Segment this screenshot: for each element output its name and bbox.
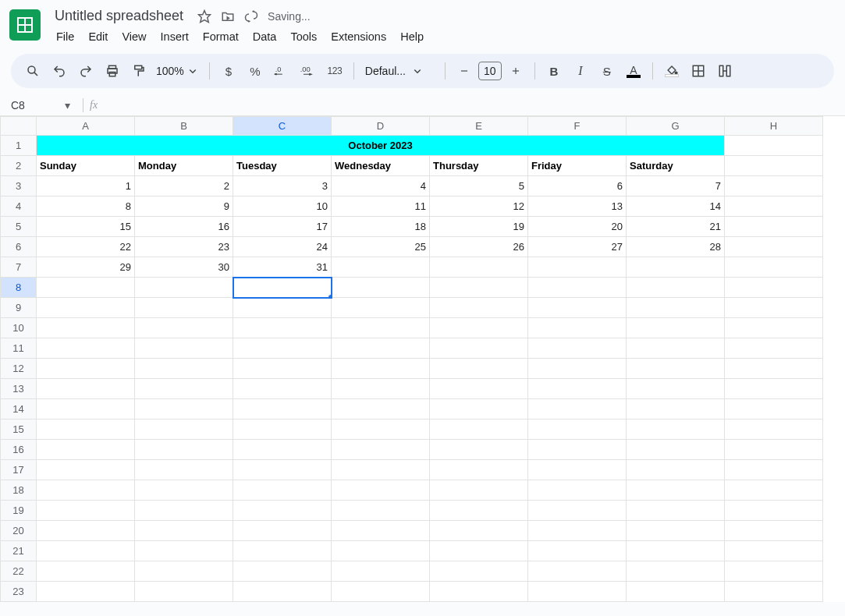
column-header-A[interactable]: A [37,117,135,136]
cell-C2[interactable]: Tuesday [233,156,332,176]
move-icon[interactable] [221,9,235,23]
cell-B16[interactable] [135,440,233,460]
row-header-19[interactable]: 19 [1,501,37,521]
menu-format[interactable]: Format [197,27,245,46]
cell-G10[interactable] [627,318,725,338]
cell-H17[interactable] [725,460,823,480]
cell-C4[interactable]: 10 [233,196,332,217]
cell-C13[interactable] [233,379,332,399]
column-header-C[interactable]: C [233,117,332,136]
cell-B2[interactable]: Monday [135,156,233,176]
cell-B11[interactable] [135,338,233,359]
cell-C18[interactable] [233,480,332,501]
cell-D3[interactable]: 4 [332,176,430,196]
cell-E5[interactable]: 19 [430,217,528,237]
cell-F7[interactable] [528,257,627,278]
cell-C15[interactable] [233,420,332,440]
cell-G18[interactable] [627,480,725,501]
column-header-B[interactable]: B [135,117,233,136]
cell-E3[interactable]: 5 [430,176,528,196]
cell-F12[interactable] [528,359,627,379]
cell-F22[interactable] [528,561,627,582]
cell-B13[interactable] [135,379,233,399]
row-header-8[interactable]: 8 [1,278,37,298]
undo-icon[interactable] [47,58,72,83]
cell-B19[interactable] [135,501,233,521]
cell-A15[interactable] [37,420,135,440]
cell-E8[interactable] [430,278,528,298]
cell-D18[interactable] [332,480,430,501]
doc-title[interactable]: Untitled spreadsheet [50,6,188,26]
font-size-input[interactable]: 10 [478,62,502,80]
cell-H21[interactable] [725,541,823,561]
merge-cells-button[interactable] [712,58,737,83]
cell-H5[interactable] [725,217,823,237]
cell-E11[interactable] [430,338,528,359]
cell-H13[interactable] [725,379,823,399]
row-header-12[interactable]: 12 [1,359,37,379]
cell-B10[interactable] [135,318,233,338]
row-header-5[interactable]: 5 [1,217,37,237]
cell-H19[interactable] [725,501,823,521]
cell-D14[interactable] [332,399,430,420]
cell-A6[interactable]: 22 [37,237,135,257]
cell-H14[interactable] [725,399,823,420]
cell-E14[interactable] [430,399,528,420]
cell-A7[interactable]: 29 [37,257,135,278]
cell-G12[interactable] [627,359,725,379]
cell-G19[interactable] [627,501,725,521]
cell-C23[interactable] [233,582,332,602]
cell-A17[interactable] [37,460,135,480]
cell-E22[interactable] [430,561,528,582]
cell-D17[interactable] [332,460,430,480]
cell-C3[interactable]: 3 [233,176,332,196]
cell-H12[interactable] [725,359,823,379]
cell-C19[interactable] [233,501,332,521]
cell-D5[interactable]: 18 [332,217,430,237]
redo-icon[interactable] [73,58,98,83]
increase-font-size-button[interactable] [503,58,528,83]
cell-A18[interactable] [37,480,135,501]
column-header-H[interactable]: H [725,117,823,136]
cell-B17[interactable] [135,460,233,480]
cell-G20[interactable] [627,521,725,541]
cell-F13[interactable] [528,379,627,399]
menu-help[interactable]: Help [394,27,430,46]
calendar-title-cell[interactable]: October 2023 [37,136,725,156]
row-header-22[interactable]: 22 [1,561,37,582]
cell-G22[interactable] [627,561,725,582]
borders-button[interactable] [686,58,711,83]
cell-G13[interactable] [627,379,725,399]
cell-F6[interactable]: 27 [528,237,627,257]
cell-B8[interactable] [135,278,233,298]
cell-H11[interactable] [725,338,823,359]
cell-F15[interactable] [528,420,627,440]
cell-B5[interactable]: 16 [135,217,233,237]
cell-G17[interactable] [627,460,725,480]
cell-G16[interactable] [627,440,725,460]
cell-F16[interactable] [528,440,627,460]
cell-D6[interactable]: 25 [332,237,430,257]
cell-H20[interactable] [725,521,823,541]
decrease-font-size-button[interactable] [452,58,477,83]
cell-F5[interactable]: 20 [528,217,627,237]
cell-A23[interactable] [37,582,135,602]
cell-H1[interactable] [725,136,823,156]
cell-F14[interactable] [528,399,627,420]
row-header-3[interactable]: 3 [1,176,37,196]
star-icon[interactable] [197,9,211,23]
cell-A19[interactable] [37,501,135,521]
cell-D16[interactable] [332,440,430,460]
menu-data[interactable]: Data [247,27,283,46]
cell-F23[interactable] [528,582,627,602]
cell-G2[interactable]: Saturday [627,156,725,176]
cell-E21[interactable] [430,541,528,561]
cell-H8[interactable] [725,278,823,298]
cell-F9[interactable] [528,298,627,318]
percent-button[interactable]: % [243,58,268,83]
cell-E19[interactable] [430,501,528,521]
paint-format-icon[interactable] [126,58,151,83]
row-header-2[interactable]: 2 [1,156,37,176]
print-icon[interactable] [100,58,125,83]
cell-A13[interactable] [37,379,135,399]
